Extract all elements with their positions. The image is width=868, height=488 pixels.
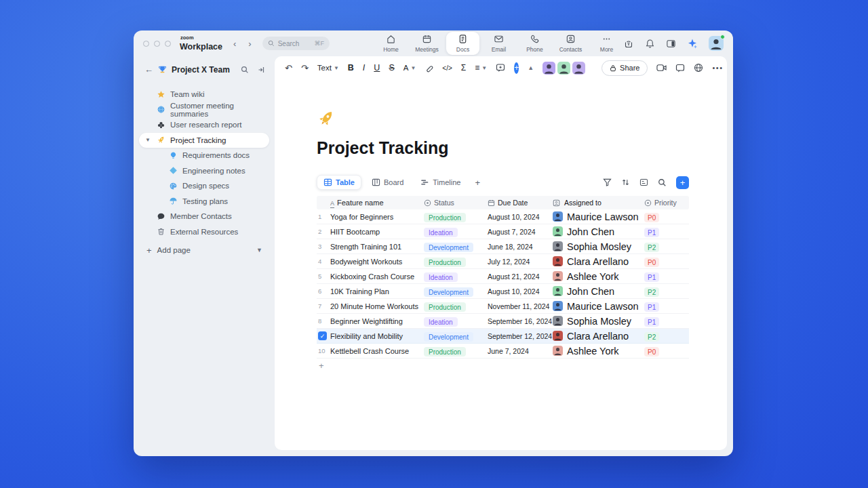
column-header-assigned-to[interactable]: Assigned to: [553, 199, 644, 207]
view-tab-timeline[interactable]: Timeline: [414, 175, 467, 190]
add-page-button[interactable]: + Add page ▼: [139, 243, 269, 258]
video-call-icon[interactable]: [656, 64, 667, 72]
font-color-dropdown[interactable]: A▼: [403, 64, 416, 72]
sidebar-search-icon[interactable]: [241, 66, 249, 74]
view-tab-board[interactable]: Board: [365, 175, 410, 190]
sidebar-collapse-icon[interactable]: [257, 66, 265, 74]
status-cell[interactable]: Development: [424, 241, 488, 253]
priority-cell[interactable]: P2: [644, 330, 689, 342]
collapse-toolbar-icon[interactable]: ▲: [528, 64, 534, 71]
collaborator-3-avatar[interactable]: [572, 62, 585, 75]
assignee-cell[interactable]: Sophia Mosley: [553, 316, 644, 327]
status-cell[interactable]: Ideation: [424, 315, 488, 327]
due-date-cell[interactable]: June 7, 2024: [488, 347, 553, 355]
table-row[interactable]: 10Kettlebell Crash CourseProductionJune …: [317, 344, 689, 359]
formula-button[interactable]: Σ: [461, 63, 466, 73]
new-record-button[interactable]: +: [676, 176, 689, 189]
maximize-window-icon[interactable]: [165, 41, 171, 47]
sort-icon[interactable]: [621, 178, 630, 186]
collaborator-2-avatar[interactable]: [557, 62, 570, 75]
ai-companion-icon[interactable]: [687, 38, 698, 49]
page-title[interactable]: Project Tracking: [317, 138, 727, 158]
table-row[interactable]: 3Strength Training 101DevelopmentJune 18…: [317, 239, 689, 254]
feature-name-cell[interactable]: Flexibility and Mobility: [330, 332, 424, 340]
due-date-cell[interactable]: November 11, 2024: [488, 302, 553, 310]
status-cell[interactable]: Ideation: [424, 226, 488, 238]
close-window-icon[interactable]: [143, 41, 149, 47]
column-header-status[interactable]: Status: [424, 199, 488, 207]
row-number[interactable]: 8: [317, 317, 330, 325]
back-icon[interactable]: ‹: [233, 39, 236, 49]
row-number[interactable]: 5: [317, 272, 330, 280]
due-date-cell[interactable]: July 12, 2024: [488, 258, 553, 266]
table-row[interactable]: 4Bodyweight WorkoutsProductionJuly 12, 2…: [317, 254, 689, 269]
row-number[interactable]: 7: [317, 302, 330, 310]
sidebar-item-user-research-report[interactable]: User research report: [139, 117, 269, 133]
window-controls[interactable]: [143, 41, 171, 47]
table-row[interactable]: 720 Minute Home WorkoutsProductionNovemb…: [317, 299, 689, 314]
feature-name-cell[interactable]: HIIT Bootcamp: [330, 228, 424, 236]
comment-icon[interactable]: [496, 63, 505, 73]
sidebar-item-external-resources[interactable]: External Resources: [139, 224, 269, 240]
nav-tab-contacts[interactable]: Contacts: [554, 32, 587, 55]
chevron-down-icon[interactable]: ▼: [145, 137, 151, 143]
due-date-cell[interactable]: August 7, 2024: [488, 228, 553, 236]
sidebar-item-engineering-notes[interactable]: Engineering notes: [139, 163, 269, 179]
feature-name-cell[interactable]: 20 Minute Home Workouts: [330, 302, 424, 310]
workspace-title[interactable]: Project X Team: [172, 65, 230, 75]
forward-icon[interactable]: ›: [248, 39, 251, 49]
column-header-feature-name[interactable]: AFeature name: [330, 199, 424, 207]
table-row[interactable]: 5Kickboxing Crash CourseIdeationAugust 2…: [317, 269, 689, 284]
feature-name-cell[interactable]: Strength Training 101: [330, 243, 424, 251]
due-date-cell[interactable]: August 10, 2024: [488, 213, 553, 221]
align-dropdown[interactable]: ≡▼: [475, 63, 487, 73]
priority-cell[interactable]: P0: [644, 345, 689, 357]
due-date-cell[interactable]: August 21, 2024: [488, 272, 553, 281]
chevron-down-icon[interactable]: ▼: [256, 247, 262, 253]
table-row[interactable]: 2HIIT BootcampIdeationAugust 7, 2024John…: [317, 224, 689, 239]
table-row[interactable]: 610K Training PlanDevelopmentAugust 10, …: [317, 284, 689, 299]
assignee-cell[interactable]: Ashlee York: [553, 346, 644, 357]
assignee-cell[interactable]: John Chen: [553, 226, 644, 237]
priority-cell[interactable]: P1: [644, 300, 689, 312]
row-number[interactable]: 3: [317, 243, 330, 250]
status-cell[interactable]: Development: [424, 285, 488, 298]
sidebar-item-testing-plans[interactable]: Testing plans: [139, 194, 269, 209]
minimize-window-icon[interactable]: [154, 41, 160, 47]
status-cell[interactable]: Ideation: [424, 270, 488, 283]
history-icon[interactable]: [623, 38, 634, 49]
globe-icon[interactable]: [694, 63, 703, 73]
undo-icon[interactable]: ↶: [285, 63, 292, 73]
redo-icon[interactable]: ↷: [301, 63, 309, 73]
priority-cell[interactable]: P1: [644, 270, 689, 283]
status-cell[interactable]: Production: [424, 345, 488, 357]
row-checkbox-checked[interactable]: ✓: [318, 331, 327, 340]
chat-bubble-icon[interactable]: [675, 64, 685, 73]
sidebar-item-design-specs[interactable]: Design specs: [139, 178, 269, 194]
link-icon[interactable]: [425, 64, 433, 73]
share-button[interactable]: Share: [601, 60, 648, 76]
filter-icon[interactable]: [603, 178, 612, 186]
assignee-cell[interactable]: Sophia Mosley: [553, 241, 644, 252]
collaborator-1-avatar[interactable]: [542, 62, 555, 75]
row-number[interactable]: 10: [317, 347, 330, 354]
priority-cell[interactable]: P0: [644, 211, 689, 223]
user-avatar[interactable]: [709, 36, 724, 51]
table-row[interactable]: 8Beginner WeightliftingIdeationSeptember…: [317, 314, 689, 329]
assignee-cell[interactable]: Clara Arellano: [553, 256, 644, 267]
bold-button[interactable]: B: [348, 63, 354, 73]
nav-tab-more[interactable]: More: [590, 32, 623, 55]
nav-tab-phone[interactable]: Phone: [518, 32, 551, 55]
column-header-priority[interactable]: Priority: [644, 199, 689, 207]
priority-cell[interactable]: P0: [644, 256, 689, 268]
assignee-cell[interactable]: Maurice Lawson: [553, 211, 644, 222]
feature-name-cell[interactable]: Bodyweight Workouts: [330, 258, 424, 266]
nav-tab-docs[interactable]: Docs: [446, 32, 479, 55]
row-number[interactable]: 1: [317, 213, 330, 220]
feature-name-cell[interactable]: Yoga for Beginners: [330, 213, 424, 221]
feature-name-cell[interactable]: Kettlebell Crash Course: [330, 347, 424, 355]
feature-name-cell[interactable]: Beginner Weightlifting: [330, 317, 424, 325]
row-number[interactable]: 4: [317, 258, 330, 265]
add-view-button[interactable]: +: [471, 178, 484, 188]
due-date-cell[interactable]: September 16, 2024: [488, 317, 553, 325]
